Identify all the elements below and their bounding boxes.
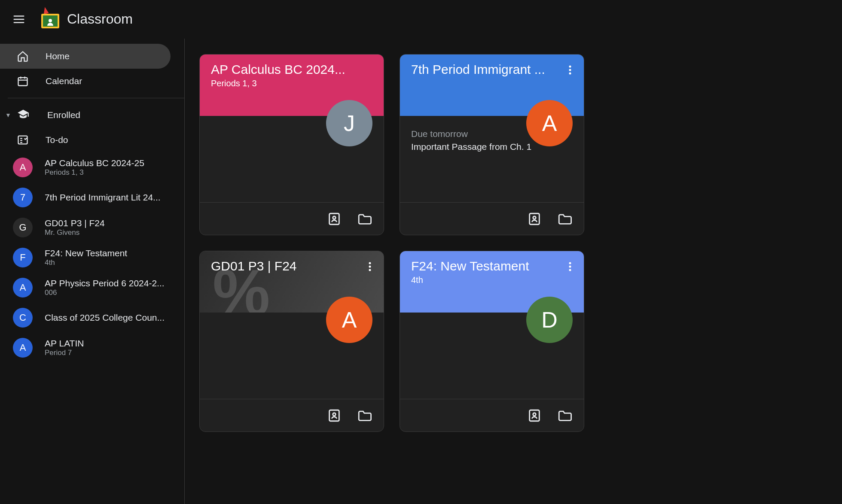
svg-rect-1 xyxy=(18,136,27,144)
class-title: AP Calculus BC 2024-25 xyxy=(45,158,144,168)
nav-todo[interactable]: To-do xyxy=(0,128,171,152)
svg-point-11 xyxy=(369,269,371,271)
nav-todo-label: To-do xyxy=(46,135,68,145)
card-footer xyxy=(200,399,384,431)
card-menu-button[interactable] xyxy=(561,61,580,79)
caret-down-icon: ▼ xyxy=(3,112,13,118)
sidebar-class-item[interactable]: FF24: New Testament4th xyxy=(0,243,184,273)
card-footer xyxy=(200,202,384,235)
svg-point-4 xyxy=(569,66,571,68)
card-footer xyxy=(400,202,584,235)
home-icon xyxy=(16,50,29,63)
class-avatar: G xyxy=(13,218,33,237)
card-footer xyxy=(400,399,584,431)
class-title: AP LATIN xyxy=(45,338,84,349)
svg-point-9 xyxy=(369,262,371,264)
svg-point-18 xyxy=(533,413,536,416)
class-avatar: A xyxy=(13,158,33,177)
teacher-avatar[interactable]: J xyxy=(326,100,372,146)
graduation-cap-icon xyxy=(17,108,30,122)
svg-point-16 xyxy=(569,269,571,271)
class-subtitle: Period 7 xyxy=(45,349,84,357)
main-content: AP Calculus BC 2024...Periods 1, 3J7th P… xyxy=(185,39,842,504)
class-card[interactable]: AP Calculus BC 2024...Periods 1, 3J xyxy=(199,54,384,235)
your-work-button[interactable] xyxy=(327,212,342,226)
class-avatar: C xyxy=(13,308,33,328)
app-logo-title[interactable]: Classroom xyxy=(41,10,133,28)
assignment-person-icon xyxy=(527,212,542,226)
svg-point-6 xyxy=(569,73,571,75)
class-card[interactable]: F24: New Testament4thD xyxy=(400,251,584,432)
your-work-button[interactable] xyxy=(527,212,542,226)
class-subtitle: Mr. Givens xyxy=(45,228,105,237)
sidebar-class-item[interactable]: AAP Calculus BC 2024-25Periods 1, 3 xyxy=(0,152,184,182)
card-subtitle: 4th xyxy=(411,275,573,285)
svg-point-5 xyxy=(569,69,571,71)
classroom-logo-icon xyxy=(41,10,59,28)
class-title: Class of 2025 College Coun... xyxy=(45,313,165,323)
teacher-avatar[interactable]: D xyxy=(526,297,573,343)
menu-button[interactable] xyxy=(9,9,29,30)
sidebar-class-item[interactable]: CClass of 2025 College Coun... xyxy=(0,303,184,333)
class-avatar: A xyxy=(13,338,33,358)
svg-point-14 xyxy=(569,262,571,264)
nav-home[interactable]: Home xyxy=(0,44,171,69)
app-bar: Classroom xyxy=(0,0,842,39)
svg-point-10 xyxy=(369,266,371,268)
card-subtitle: Periods 1, 3 xyxy=(211,79,372,88)
nav-calendar[interactable]: Calendar xyxy=(0,69,171,94)
folder-icon xyxy=(357,212,372,226)
card-menu-button[interactable] xyxy=(360,257,379,276)
more-vert-icon xyxy=(569,65,571,75)
folder-icon xyxy=(357,408,372,423)
nav-enrolled-header[interactable]: ▼ Enrolled xyxy=(0,103,184,128)
sidebar: Home Calendar ▼ Enrolled To-do AAP Calcu… xyxy=(0,39,185,504)
divider xyxy=(8,98,184,98)
class-folder-button[interactable] xyxy=(557,408,572,423)
class-title: AP Physics Period 6 2024-2... xyxy=(45,278,165,288)
your-work-button[interactable] xyxy=(327,408,342,423)
nav-calendar-label: Calendar xyxy=(46,76,82,86)
nav-home-label: Home xyxy=(46,51,70,61)
card-title: F24: New Testament xyxy=(411,259,553,273)
class-card[interactable]: 7th Period Immigrant ...ADue tomorrowImp… xyxy=(400,54,584,235)
teacher-avatar[interactable]: A xyxy=(326,297,372,343)
svg-point-3 xyxy=(333,216,336,219)
assignment-person-icon xyxy=(327,212,342,226)
assignment-person-icon xyxy=(527,408,542,423)
class-title: F24: New Testament xyxy=(45,248,127,258)
card-title: AP Calculus BC 2024... xyxy=(211,62,353,77)
calendar-icon xyxy=(16,75,29,88)
svg-rect-0 xyxy=(18,78,27,86)
sidebar-class-item[interactable]: GGD01 P3 | F24Mr. Givens xyxy=(0,213,184,243)
app-title: Classroom xyxy=(67,11,133,27)
hamburger-icon xyxy=(12,13,25,26)
todo-icon xyxy=(16,134,29,146)
sidebar-class-item[interactable]: 77th Period Immigrant Lit 24... xyxy=(0,182,184,213)
card-title: GD01 P3 | F24 xyxy=(211,259,353,273)
folder-icon xyxy=(557,408,572,423)
svg-point-8 xyxy=(533,216,536,219)
sidebar-class-item[interactable]: AAP LATINPeriod 7 xyxy=(0,333,184,363)
class-avatar: F xyxy=(13,248,33,267)
class-title: 7th Period Immigrant Lit 24... xyxy=(45,192,161,203)
class-avatar: 7 xyxy=(13,188,33,207)
teacher-avatar[interactable]: A xyxy=(526,100,573,146)
class-subtitle: 006 xyxy=(45,288,165,297)
card-title: 7th Period Immigrant ... xyxy=(411,62,553,77)
class-subtitle: Periods 1, 3 xyxy=(45,168,144,177)
sidebar-class-item[interactable]: AAP Physics Period 6 2024-2...006 xyxy=(0,273,184,303)
folder-icon xyxy=(557,212,572,226)
class-folder-button[interactable] xyxy=(557,212,572,226)
class-folder-button[interactable] xyxy=(357,212,372,226)
your-work-button[interactable] xyxy=(527,408,542,423)
card-menu-button[interactable] xyxy=(561,257,580,276)
nav-enrolled-label: Enrolled xyxy=(47,110,80,120)
more-vert-icon xyxy=(369,261,371,272)
svg-point-15 xyxy=(569,266,571,268)
svg-point-13 xyxy=(333,413,336,416)
class-avatar: A xyxy=(13,278,33,298)
class-folder-button[interactable] xyxy=(357,408,372,423)
class-card[interactable]: GD01 P3 | F24A xyxy=(199,251,384,432)
assignment-person-icon xyxy=(327,408,342,423)
